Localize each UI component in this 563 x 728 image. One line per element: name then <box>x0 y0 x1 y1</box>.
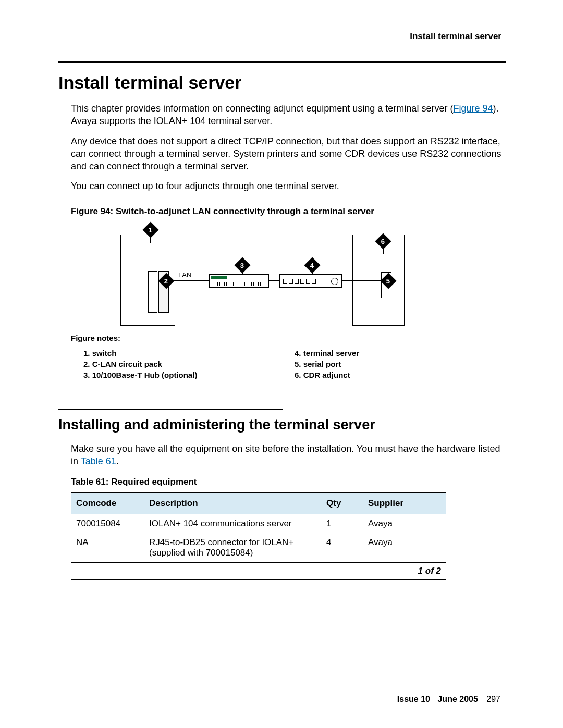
wire-icon <box>269 280 279 281</box>
circuit-pack-icon <box>148 271 157 313</box>
figure-bottom-rule <box>71 387 493 387</box>
intro-paragraph-3: You can connect up to four adjuncts thro… <box>71 180 501 192</box>
cell-comcode: NA <box>71 533 144 563</box>
subsection-title: Installing and administering the termina… <box>58 417 506 433</box>
callout-2-label: 2 <box>164 277 168 285</box>
cell-qty: 1 <box>321 514 363 534</box>
page-footer: Issue 10 June 2005 297 <box>397 695 500 704</box>
figure-notes: 1. switch 2. C-LAN circuit pack 3. 10/10… <box>71 349 493 381</box>
intro-paragraph-2: Any device that does not support a direc… <box>71 135 501 173</box>
cell-comcode: 700015084 <box>71 514 144 534</box>
col-description: Description <box>144 493 321 514</box>
lan-label: LAN <box>178 271 191 279</box>
footer-date: June 2005 <box>437 695 478 704</box>
footer-page-number: 297 <box>486 695 500 704</box>
figure-notes-label: Figure notes: <box>71 334 506 342</box>
figure-caption: Figure 94: Switch-to-adjunct LAN connect… <box>71 206 506 217</box>
section2-paragraph: Make sure you have all the equipment on … <box>71 442 501 468</box>
col-supplier: Supplier <box>363 493 446 514</box>
figure-note-item: 5. serial port <box>295 360 493 368</box>
hub-icon <box>209 274 269 288</box>
cell-description: RJ45-to-DB25 connector for IOLAN+ (suppl… <box>144 533 321 563</box>
figure-notes-col-right: 4. terminal server 5. serial port 6. CDR… <box>282 349 493 381</box>
figure-diagram: LAN 1 2 3 4 5 6 <box>71 224 493 328</box>
p1-text-a: This chapter provides information on con… <box>71 103 453 114</box>
table-caption: Table 61: Required equipment <box>71 477 506 487</box>
callout-5-label: 5 <box>386 277 390 285</box>
terminal-server-icon <box>279 274 342 288</box>
table-row: 700015084 IOLAN+ 104 communications serv… <box>71 514 446 534</box>
footer-issue: Issue 10 <box>397 695 430 704</box>
table-header-row: Comcode Description Qty Supplier <box>71 493 446 514</box>
wire-icon <box>170 280 209 281</box>
callout-3-icon: 3 <box>234 257 250 273</box>
callout-4-icon: 4 <box>304 257 320 273</box>
figure-94-link[interactable]: Figure 94 <box>453 103 493 114</box>
figure-note-item: 4. terminal server <box>295 349 493 357</box>
cell-qty: 4 <box>321 533 363 563</box>
figure-notes-col-left: 1. switch 2. C-LAN circuit pack 3. 10/10… <box>71 349 282 381</box>
section2-text-a: Make sure you have all the equipment on … <box>71 443 500 466</box>
section2-text-b: . <box>116 456 119 466</box>
required-equipment-table: Comcode Description Qty Supplier 7000150… <box>71 492 446 580</box>
table-61-link[interactable]: Table 61 <box>81 456 116 466</box>
cell-supplier: Avaya <box>363 533 446 563</box>
callout-1-label: 1 <box>149 226 152 233</box>
subsection-rule <box>58 409 283 410</box>
callout-4-label: 4 <box>310 261 314 269</box>
figure-note-item: 6. CDR adjunct <box>295 371 493 379</box>
title-rule <box>58 61 506 63</box>
figure-note-item: 3. 10/100Base-T Hub (optional) <box>83 371 282 379</box>
cell-description: IOLAN+ 104 communications server <box>144 514 321 534</box>
cell-supplier: Avaya <box>363 514 446 534</box>
callout-3-label: 3 <box>240 261 244 269</box>
callout-6-label: 6 <box>381 237 385 245</box>
intro-paragraph-1: This chapter provides information on con… <box>71 102 501 128</box>
wire-icon <box>342 280 381 281</box>
figure-note-item: 1. switch <box>83 349 282 357</box>
col-comcode: Comcode <box>71 493 144 514</box>
table-pager: 1 of 2 <box>71 563 446 580</box>
table-pager-row: 1 of 2 <box>71 563 446 580</box>
running-header: Install terminal server <box>58 31 506 42</box>
table-row: NA RJ45-to-DB25 connector for IOLAN+ (su… <box>71 533 446 563</box>
col-qty: Qty <box>321 493 363 514</box>
figure-note-item: 2. C-LAN circuit pack <box>83 360 282 368</box>
page-title: Install terminal server <box>58 72 506 93</box>
